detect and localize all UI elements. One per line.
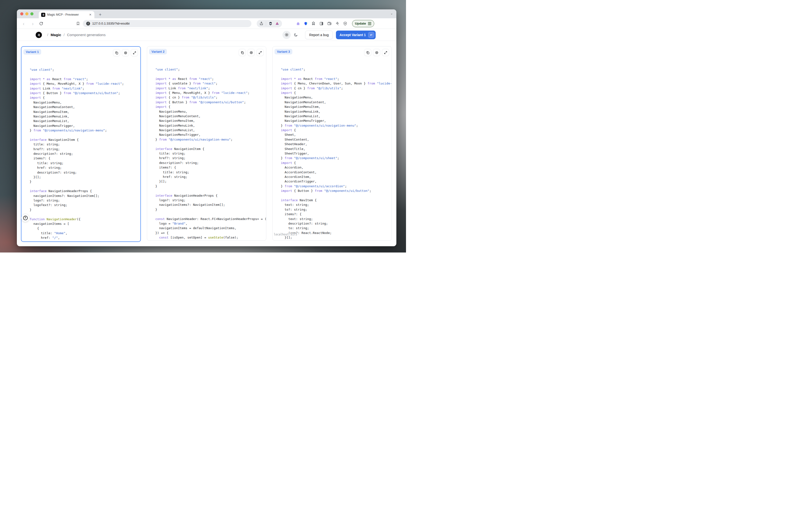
site-info-icon[interactable]: i [86, 22, 90, 25]
code-line: NavigationMenu, [155, 109, 266, 114]
code-line: "use client"; [30, 67, 140, 72]
brave-shields-lion-icon[interactable] [269, 21, 273, 26]
help-button[interactable]: ? [21, 214, 29, 222]
tab-search-chevron-icon[interactable]: ⌄ [390, 12, 393, 15]
code-line: Accordion, [281, 165, 392, 170]
code-line: logo?: string; [30, 198, 140, 203]
expand-button[interactable] [382, 49, 389, 56]
code-line: import { [281, 161, 392, 165]
shield-extension-icon[interactable] [304, 21, 308, 26]
code-line: interface NavigationHeaderProps { [30, 189, 140, 193]
code-line: import { Menu, ChevronDown, User, Sun, M… [281, 81, 392, 86]
leo-ai-sparkle-icon[interactable] [335, 21, 340, 26]
code-line: import Link from "next/link"; [30, 86, 140, 91]
browser-toolbar: ‹ › i 127.0.0.1:3335/?id=esolbi [17, 18, 396, 29]
code-line: import * as React from "react"; [281, 76, 392, 81]
code-line: logo = "Brand", [155, 221, 266, 226]
code-line: NavigationMenuContent, [155, 114, 266, 119]
breadcrumb-brand[interactable]: Magic [50, 33, 61, 37]
code-line: title: string; [155, 151, 266, 156]
code-line: description?: string; [30, 170, 140, 175]
code-line: import { Button } from "@/components/ui/… [281, 188, 392, 193]
preview-target-icon [250, 51, 253, 54]
code-line: } from "@/components/ui/navigation-menu"… [281, 123, 392, 128]
light-theme-button[interactable] [282, 31, 291, 39]
url-text[interactable]: 127.0.0.1:3335/?id=esolbi [92, 22, 130, 25]
wallet-icon[interactable] [327, 21, 331, 26]
address-bar[interactable]: i 127.0.0.1:3335/?id=esolbi [83, 20, 251, 27]
accept-variant-button[interactable]: Accept Variant 1 ↵ [336, 31, 376, 39]
back-icon[interactable]: ‹ [21, 21, 26, 26]
sidebar-icon[interactable] [319, 21, 324, 26]
code-line: AccordionTrigger, [281, 179, 392, 184]
brand-logo[interactable]: 2) [36, 32, 42, 38]
expand-button[interactable] [256, 49, 264, 56]
tab-close-icon[interactable]: ✕ [88, 12, 93, 17]
update-button[interactable]: Update [352, 20, 374, 27]
preview-button[interactable] [248, 49, 255, 56]
code-line: navigationItems = defaultNavigationItems… [155, 226, 266, 230]
new-tab-button[interactable]: + [97, 12, 103, 17]
code-line: const [isOpen, setOpen] = useState(false… [155, 235, 266, 240]
copy-code-button[interactable] [113, 49, 120, 56]
close-window-button[interactable] [20, 12, 23, 15]
code-block: "use client";import * as React from "rea… [21, 59, 140, 240]
ghostery-ghost-icon[interactable] [296, 21, 300, 26]
preview-button[interactable] [373, 49, 380, 56]
variant-badge: Variant 1 [23, 49, 41, 55]
code-line: { [30, 226, 140, 230]
variant-badge: Variant 2 [149, 49, 167, 54]
share-icon[interactable] [259, 21, 263, 25]
code-line: text: string; [281, 217, 392, 221]
code-line: import Link from "next/link"; [155, 86, 266, 91]
code-line: import { Button } from "@/components/ui/… [155, 100, 266, 105]
code-line: NavigationMenuContent, [30, 105, 140, 109]
variant-panel: Variant 3 "use cli [272, 46, 392, 241]
code-line: import { [155, 105, 266, 109]
dark-theme-button[interactable] [292, 31, 300, 39]
code-line: title: string; [30, 161, 140, 165]
zoom-window-button[interactable] [30, 12, 33, 15]
bookmark-icon[interactable] [76, 22, 80, 25]
code-line: interface NavigationHeaderProps { [155, 193, 266, 198]
code-line: interface NavItem { [281, 198, 392, 202]
code-line: NavigationMenuList, [155, 128, 266, 132]
tab-favicon: 2) [41, 13, 45, 17]
page-header: 2) / Magic / Component generations Repor… [17, 29, 396, 41]
brave-rewards-icon[interactable] [275, 21, 279, 25]
browser-tab[interactable]: 2) Magic MCP - Previewer ✕ [39, 11, 94, 18]
update-label: Update [355, 22, 366, 25]
expand-icon [258, 51, 262, 54]
code-line [281, 72, 392, 76]
code-line: } from "@/components/ui/navigation-menu"… [155, 137, 266, 142]
code-line: title: string; [30, 142, 140, 147]
code-line: }[]; [155, 179, 266, 184]
theme-toggle [282, 31, 300, 39]
reload-icon[interactable] [39, 21, 43, 26]
copy-code-button[interactable] [364, 49, 371, 56]
code-line: import { [30, 95, 140, 100]
report-bug-button[interactable]: Report a bug [305, 31, 333, 39]
code-line [30, 133, 140, 137]
code-line: import * as React from "react"; [30, 77, 140, 81]
code-line: import { [281, 91, 392, 95]
code-line: }) => { [155, 230, 266, 235]
variant-actions [364, 49, 389, 56]
expand-button[interactable] [131, 49, 138, 56]
variant-panel: Variant 1 "use cli [21, 46, 141, 242]
code-line: description?: string; [30, 151, 140, 156]
code-line: } [30, 179, 140, 184]
menu-hamburger-icon[interactable] [368, 22, 371, 25]
vpn-shield-icon[interactable] [343, 21, 347, 26]
preview-button[interactable] [122, 49, 129, 56]
extensions-puzzle-icon[interactable] [311, 21, 316, 26]
minimize-window-button[interactable] [25, 12, 28, 15]
copy-code-button[interactable] [239, 49, 246, 56]
code-block: "use client";import * as React from "rea… [147, 58, 266, 240]
variant-panel-header: Variant 3 [273, 46, 392, 58]
code-line: SheetContent, [281, 137, 392, 142]
code-block: "use client";import * as React from "rea… [273, 58, 392, 240]
forward-icon[interactable]: › [30, 21, 36, 26]
window-controls [20, 12, 33, 15]
code-line: SheetTitle, [281, 147, 392, 151]
